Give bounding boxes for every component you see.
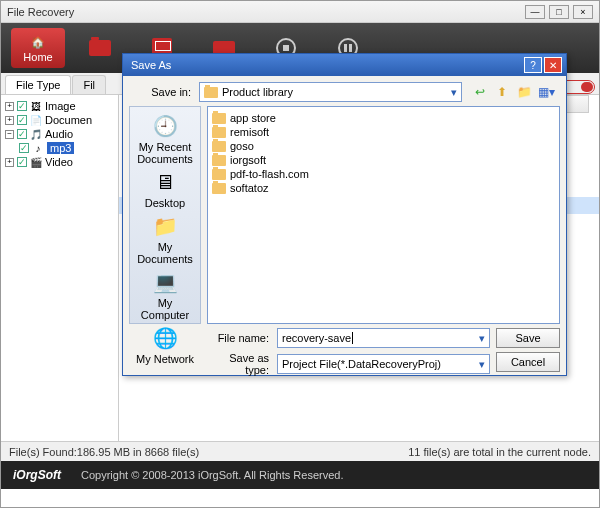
filename-label: File name:	[207, 332, 273, 344]
desktop-icon: 🖥	[151, 169, 179, 195]
newfolder-icon[interactable]: 📁	[516, 84, 532, 100]
home-button[interactable]: 🏠 Home	[11, 28, 65, 68]
folder-item[interactable]: app store	[212, 111, 555, 125]
tab-file-type[interactable]: File Type	[5, 75, 71, 94]
document-icon: 📄	[30, 114, 42, 126]
copyright: Copyright © 2008-2013 iOrgSoft. All Righ…	[81, 469, 343, 481]
chevron-down-icon: ▾	[451, 86, 457, 99]
viewmenu-icon[interactable]: ▦▾	[538, 84, 554, 100]
close-button[interactable]: ×	[573, 5, 593, 19]
saveastype-dropdown[interactable]: Project File(*.DataRecoveryProj)▾	[277, 354, 490, 374]
back-icon[interactable]: ↩	[472, 84, 488, 100]
place-desktop[interactable]: 🖥Desktop	[145, 169, 185, 209]
mydocs-icon: 📁	[151, 213, 179, 239]
chevron-down-icon: ▾	[479, 332, 485, 345]
tree-video[interactable]: +✓🎬Video	[5, 155, 114, 169]
folder-icon	[212, 183, 226, 194]
file-type-tree: +✓🖼Image +✓📄Documen −✓🎵Audio ✓♪mp3 +✓🎬Vi…	[1, 95, 119, 441]
save-button[interactable]: Save	[496, 328, 560, 348]
tree-mp3[interactable]: ✓♪mp3	[5, 141, 114, 155]
filename-input[interactable]: recovery-save▾	[277, 328, 490, 348]
image-icon: 🖼	[30, 100, 42, 112]
chevron-down-icon: ▾	[479, 358, 485, 371]
folder-item[interactable]: pdf-to-flash.com	[212, 167, 555, 181]
place-recent[interactable]: 🕘My Recent Documents	[132, 113, 198, 165]
folder-item[interactable]: goso	[212, 139, 555, 153]
up-icon[interactable]: ⬆	[494, 84, 510, 100]
places-bar: 🕘My Recent Documents 🖥Desktop 📁My Docume…	[129, 106, 201, 324]
tree-image[interactable]: +✓🖼Image	[5, 99, 114, 113]
saveastype-label: Save as type:	[207, 352, 273, 376]
cancel-button[interactable]: Cancel	[496, 352, 560, 372]
recent-icon: 🕘	[151, 113, 179, 139]
home-label: Home	[23, 51, 52, 63]
status-left: File(s) Found:186.95 MB in 8668 file(s)	[9, 446, 199, 458]
save-as-dialog: Save As ? ✕ Save in: Product library ▾ ↩…	[122, 53, 567, 376]
dialog-title: Save As	[127, 59, 522, 71]
home-icon: 🏠	[27, 33, 49, 51]
folder-list[interactable]: app storeremisoftgosoiorgsoftpdf-to-flas…	[207, 106, 560, 324]
minimize-button[interactable]: —	[525, 5, 545, 19]
video-icon: 🎬	[30, 156, 42, 168]
folder-icon	[89, 40, 111, 56]
place-mydocs[interactable]: 📁My Documents	[132, 213, 198, 265]
status-right: 11 file(s) are total in the current node…	[408, 446, 591, 458]
savein-dropdown[interactable]: Product library ▾	[199, 82, 462, 102]
audio-icon: 🎵	[30, 128, 42, 140]
folder-item[interactable]: softatoz	[212, 181, 555, 195]
tab-file-path[interactable]: Fil	[72, 75, 106, 94]
dialog-close-button[interactable]: ✕	[544, 57, 562, 73]
mp3-icon: ♪	[32, 142, 44, 154]
tree-audio[interactable]: −✓🎵Audio	[5, 127, 114, 141]
folder-item[interactable]: remisoft	[212, 125, 555, 139]
maximize-button[interactable]: □	[549, 5, 569, 19]
dialog-help-button[interactable]: ?	[524, 57, 542, 73]
place-mycomp[interactable]: 💻My Computer	[132, 269, 198, 321]
folder-icon	[212, 155, 226, 166]
savein-label: Save in:	[129, 86, 195, 98]
folder-icon	[212, 141, 226, 152]
brand-logo: iOrgSoft	[13, 468, 61, 482]
folder-icon	[212, 127, 226, 138]
folder-icon	[212, 113, 226, 124]
window-title: File Recovery	[7, 6, 521, 18]
mycomp-icon: 💻	[151, 269, 179, 295]
tree-document[interactable]: +✓📄Documen	[5, 113, 114, 127]
open-button[interactable]	[73, 28, 127, 68]
folder-icon	[212, 169, 226, 180]
folder-item[interactable]: iorgsoft	[212, 153, 555, 167]
folder-icon	[204, 87, 218, 98]
